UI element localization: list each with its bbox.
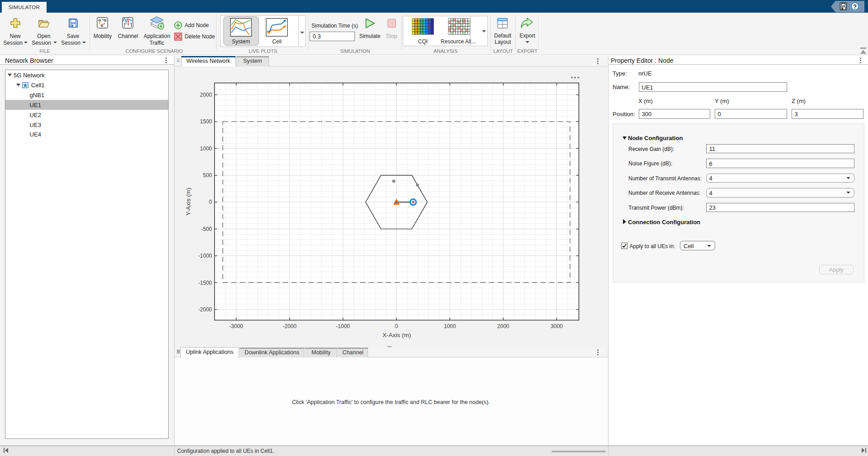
- svg-text:-1000: -1000: [336, 323, 350, 329]
- svg-text:2000: 2000: [497, 323, 509, 329]
- svg-text:-1500: -1500: [198, 280, 212, 286]
- svg-text:1000: 1000: [444, 323, 456, 329]
- svg-text:X-Axis (m): X-Axis (m): [382, 332, 411, 338]
- svg-text:-2000: -2000: [283, 323, 297, 329]
- svg-text:-500: -500: [201, 226, 212, 232]
- svg-text:?: ?: [853, 3, 857, 10]
- svg-text:0: 0: [395, 323, 398, 329]
- svg-text:500: 500: [203, 172, 212, 179]
- svg-text:0: 0: [209, 199, 212, 205]
- svg-text:-1000: -1000: [198, 253, 212, 259]
- svg-text:2000: 2000: [200, 92, 212, 98]
- svg-text:-2000: -2000: [198, 306, 212, 313]
- svg-text:Y-Axis (m): Y-Axis (m): [185, 188, 192, 216]
- svg-text:-3000: -3000: [229, 323, 243, 329]
- svg-text:3000: 3000: [551, 323, 563, 329]
- svg-text:1000: 1000: [200, 146, 212, 152]
- svg-text:1500: 1500: [200, 118, 212, 125]
